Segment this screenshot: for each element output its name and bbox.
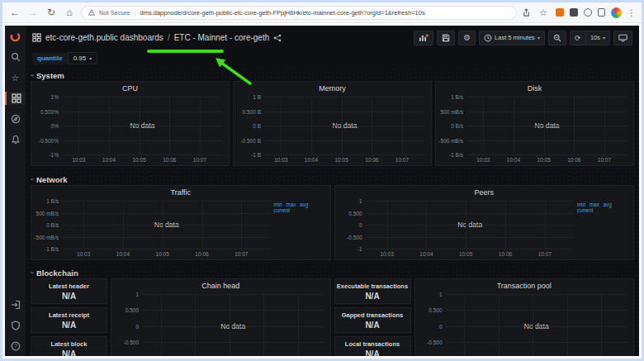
stat-title[interactable]: Latest receipt — [49, 311, 89, 319]
zoom-out-time-button[interactable] — [548, 31, 566, 45]
stat-value: N/A — [62, 292, 76, 301]
plot-area[interactable]: No data — [63, 97, 222, 154]
breadcrumb: etc-core-geth.public dashboards / ETC - … — [32, 33, 282, 42]
panel-title[interactable]: Disk — [436, 82, 633, 94]
row-header-system[interactable]: › System — [31, 69, 634, 81]
panel-title[interactable]: Chain head — [111, 279, 330, 292]
chevron-down-icon: › — [28, 272, 36, 274]
grafana-logo-icon[interactable] — [5, 30, 26, 43]
grid-hline — [367, 201, 575, 202]
variables-bar: quantile 0.95 ▾ — [26, 50, 639, 67]
grid-vline — [161, 294, 162, 356]
stat-title[interactable]: Gapped transactions — [342, 311, 404, 319]
browser-toolbar: ← → ↻ ⌂ Not Secure | dms.dappnode/d/core… — [2, 2, 642, 23]
profile-avatar[interactable] — [611, 7, 622, 18]
legend-avg[interactable]: avg — [604, 202, 612, 207]
explore-compass-icon[interactable] — [5, 112, 26, 126]
caret-down-icon: ▾ — [89, 55, 92, 61]
row-header-blockchain[interactable]: › Blockchain — [31, 267, 634, 278]
plot-area[interactable]: No data — [467, 97, 627, 154]
grid-vline — [298, 294, 299, 356]
svg-text:?: ? — [14, 343, 17, 349]
starred-icon[interactable]: ☆ — [5, 71, 26, 84]
legend-current[interactable]: current — [274, 207, 291, 213]
help-icon[interactable]: ? — [5, 340, 26, 353]
x-axis: 10:03 10:04 10:05 10:06 10:07 — [63, 154, 222, 165]
stat-value: N/A — [62, 321, 76, 330]
bookmark-star-icon[interactable]: ☆ — [537, 7, 550, 18]
home-icon[interactable]: ⌂ — [63, 7, 76, 18]
stat-title[interactable]: Local transactions — [345, 340, 400, 348]
grid-hline — [265, 126, 424, 126]
variable-value-dropdown[interactable]: 0.95 ▾ — [68, 52, 98, 64]
legend: min max avg current — [574, 201, 627, 249]
legend-avg[interactable]: avg — [300, 202, 308, 207]
stat-title[interactable]: Latest header — [49, 283, 89, 290]
legend-max[interactable]: max — [286, 202, 296, 207]
y-axis: 1 B/s 500 mB/s 0 B/s -500 mB/s -1 B/s — [31, 201, 63, 249]
panel-title[interactable]: Peers — [335, 186, 634, 198]
panel-latest-receipt: Latest receipt N/A — [31, 307, 107, 333]
address-bar[interactable]: Not Secure | dms.dappnode/d/core-geth-pu… — [81, 6, 517, 20]
panel-title[interactable]: Transaction pool — [415, 279, 634, 292]
grid-vline — [601, 294, 602, 356]
add-panel-button[interactable] — [414, 31, 433, 45]
panel-latest-header: Latest header N/A — [31, 278, 107, 304]
time-range-picker[interactable]: Last 5 minutes ▾ — [479, 31, 545, 45]
dashboard-settings-button[interactable]: ⚙ — [458, 31, 476, 45]
search-icon[interactable] — [5, 50, 26, 64]
x-tick: 10:05 — [132, 157, 145, 163]
panel-title[interactable]: Traffic — [31, 186, 330, 198]
kiosk-tv-button[interactable] — [613, 31, 632, 45]
sign-in-icon[interactable] — [5, 298, 26, 311]
plot-area[interactable]: No data — [367, 201, 575, 249]
grid-hline — [143, 294, 324, 295]
legend-current[interactable]: current — [577, 207, 594, 213]
blockchain-stats-right: Executable transactions N/A Gapped trans… — [334, 278, 411, 356]
grid-hline — [63, 201, 271, 202]
grid-hline — [467, 126, 627, 126]
breadcrumb-dashboard-title[interactable]: ETC - Mainnet - core-geth — [174, 33, 270, 42]
stat-title[interactable]: Executable transactions — [337, 283, 408, 290]
y-tick: -0.500 — [427, 339, 442, 344]
extension-icon-dark[interactable] — [570, 8, 578, 17]
sidepanel-icon[interactable] — [598, 8, 605, 17]
y-tick: -1 B/s — [449, 152, 463, 158]
panel-title[interactable]: CPU — [31, 82, 229, 94]
breadcrumb-separator: / — [168, 33, 170, 42]
refresh-button[interactable]: ⟳ — [570, 31, 586, 45]
panel-title[interactable]: Memory — [234, 82, 431, 94]
plot-area[interactable]: No data — [265, 97, 424, 154]
system-panels: CPU 1% 0.500% 0% -0.500% -1% No data — [31, 81, 634, 166]
admin-shield-icon[interactable] — [5, 319, 26, 332]
y-tick: 0.500 — [348, 210, 362, 216]
plot-area[interactable]: No data — [63, 201, 271, 249]
back-icon[interactable]: ← — [8, 7, 21, 18]
forward-icon[interactable]: → — [26, 7, 40, 18]
extension-icon-circle[interactable] — [584, 8, 592, 17]
y-tick: 0 B/s — [46, 222, 59, 228]
refresh-interval-picker[interactable]: 10s ▾ — [586, 31, 610, 45]
plot-area[interactable]: No data — [447, 294, 627, 356]
legend-max[interactable]: max — [590, 202, 599, 207]
grid-vline — [230, 294, 230, 356]
row-header-network[interactable]: › Network — [31, 173, 634, 185]
breadcrumb-folder[interactable]: etc-core-geth.public dashboards — [45, 33, 163, 42]
extension-icon-orange[interactable] — [556, 8, 564, 17]
y-tick: 1 B — [253, 94, 261, 100]
legend-min[interactable]: min — [274, 202, 282, 207]
share-dashboard-icon[interactable] — [273, 34, 282, 42]
share-icon[interactable] — [522, 8, 531, 17]
y-tick: 0 B/s — [451, 123, 463, 129]
plot-area[interactable]: No data — [143, 294, 324, 356]
save-dashboard-button[interactable] — [437, 31, 455, 45]
alerting-bell-icon[interactable] — [5, 133, 26, 146]
stat-title[interactable]: Latest block — [51, 340, 88, 348]
reload-icon[interactable]: ↻ — [45, 7, 58, 18]
dashboards-icon[interactable] — [5, 92, 26, 105]
x-tick: 10:07 — [193, 157, 206, 163]
row-title: Blockchain — [36, 268, 78, 278]
y-tick: 1 — [439, 292, 443, 297]
browser-menu-icon[interactable]: ⋮ — [627, 8, 636, 17]
legend-min[interactable]: min — [577, 202, 585, 207]
